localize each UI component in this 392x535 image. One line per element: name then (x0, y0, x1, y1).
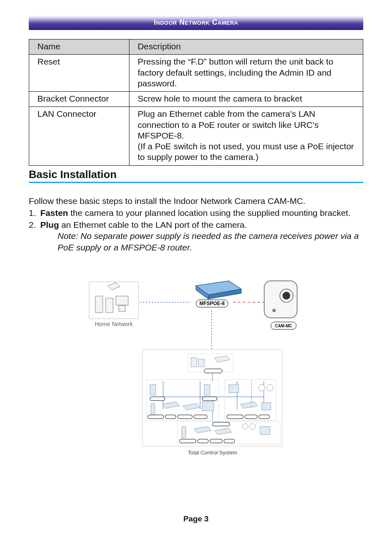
svg-rect-39 (202, 397, 217, 401)
network-diagram: Home Network MFSPOE-8 CAM-MC (29, 273, 363, 467)
table-row: Bracket Connector Screw hole to mount th… (29, 92, 363, 107)
svg-rect-33 (204, 384, 210, 395)
section-heading: Basic Installation (29, 168, 363, 182)
step-body: Fasten the camera to your planned locati… (40, 207, 363, 218)
svg-point-57 (242, 424, 248, 429)
step-bold: Plug (40, 220, 59, 229)
diagram-svg: Home Network MFSPOE-8 CAM-MC (81, 273, 311, 467)
svg-marker-48 (240, 402, 258, 408)
svg-marker-35 (162, 402, 180, 408)
cell-name: Bracket Connector (29, 92, 129, 107)
svg-rect-61 (180, 439, 196, 443)
svg-point-58 (250, 424, 256, 429)
diagram-caption: Total Control System (188, 449, 237, 456)
svg-rect-54 (182, 426, 186, 438)
step-number: 2. (29, 219, 40, 253)
svg-point-15 (273, 309, 275, 312)
svg-marker-55 (194, 426, 211, 433)
svg-rect-49 (262, 403, 271, 410)
step-bold: Fasten (40, 208, 68, 218)
step-body: Plug an Ethernet cable to the LAN port o… (40, 219, 363, 253)
document-header: Indoor Network Camera (29, 16, 363, 30)
install-steps: 1. Fasten the camera to your planned loc… (29, 207, 363, 253)
svg-rect-51 (245, 415, 257, 419)
page-footer: Page 3 (0, 514, 392, 523)
cell-description: Plug an Ethernet cable from the camera's… (129, 107, 363, 165)
section-rule (29, 182, 363, 183)
step-note: Note: No separate power supply is needed… (58, 230, 363, 253)
page: Indoor Network Camera Name Description R… (0, 0, 392, 535)
step-number: 1. (29, 207, 40, 218)
svg-point-14 (283, 292, 290, 299)
svg-rect-62 (198, 439, 208, 443)
table-row: LAN Connector Plug an Ethernet cable fro… (29, 107, 363, 165)
svg-rect-41 (165, 415, 176, 419)
svg-rect-38 (150, 397, 165, 401)
step-item: 2. Plug an Ethernet cable to the LAN por… (29, 219, 363, 253)
svg-rect-22 (204, 369, 222, 373)
svg-rect-40 (148, 415, 164, 419)
col-header-name: Name (29, 39, 129, 55)
col-header-description: Description (129, 39, 363, 55)
svg-point-46 (258, 384, 265, 391)
header-title: Indoor Network Camera (154, 18, 238, 26)
diagram-home-network-label: Home Network (95, 321, 134, 327)
cell-name: Reset (29, 55, 129, 92)
step-rest: the camera to your planned location usin… (68, 208, 351, 218)
page-number: Page 3 (183, 514, 208, 523)
cell-description: Pressing the “F.D” button will return th… (129, 55, 363, 92)
svg-rect-34 (151, 403, 155, 415)
svg-rect-42 (178, 415, 192, 419)
diagram-cammc-label: CAM-MC (275, 324, 292, 328)
router-icon (196, 281, 241, 299)
svg-marker-21 (214, 356, 230, 362)
cell-name: LAN Connector (29, 107, 129, 165)
svg-rect-19 (191, 358, 197, 367)
svg-rect-32 (150, 384, 156, 395)
svg-rect-64 (224, 439, 235, 443)
spec-table: Name Description Reset Pressing the “F.D… (29, 39, 363, 166)
svg-marker-56 (214, 428, 232, 435)
step-item: 1. Fasten the camera to your planned loc… (29, 207, 363, 218)
svg-point-47 (267, 384, 273, 391)
table-header-row: Name Description (29, 39, 363, 55)
svg-rect-5 (106, 298, 113, 313)
svg-rect-37 (202, 402, 214, 411)
table-row: Reset Pressing the “F.D” button will ret… (29, 55, 363, 92)
diagram-mfspoe-label: MFSPOE-8 (199, 301, 225, 306)
intro-text: Follow these basic steps to install the … (29, 195, 363, 206)
step-rest: an Ethernet cable to the LAN port of the… (59, 220, 247, 229)
svg-rect-63 (210, 439, 222, 443)
svg-marker-36 (183, 403, 200, 410)
svg-rect-52 (259, 415, 270, 419)
svg-rect-60 (212, 422, 230, 426)
cell-description: Screw hole to mount the camera to bracke… (129, 92, 363, 107)
camera-icon (264, 281, 297, 318)
svg-rect-43 (194, 415, 207, 419)
svg-rect-50 (227, 415, 243, 419)
svg-rect-45 (229, 384, 239, 393)
svg-rect-20 (198, 359, 204, 367)
svg-rect-4 (95, 296, 103, 313)
svg-rect-6 (116, 296, 128, 305)
svg-rect-59 (260, 426, 270, 435)
svg-rect-7 (119, 306, 125, 311)
